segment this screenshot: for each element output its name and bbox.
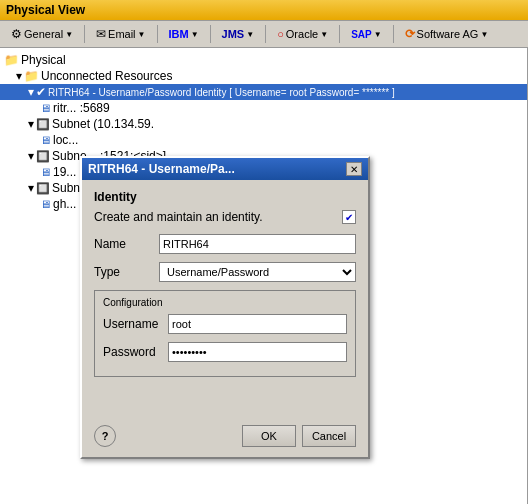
config-box: Configuration Username Password xyxy=(94,290,356,377)
computer-icon: 🖥 xyxy=(40,166,51,178)
computer-icon: 🖥 xyxy=(40,102,51,114)
toolbar-softwareag-label: Software AG xyxy=(417,28,479,40)
folder-icon: 📁 xyxy=(24,69,39,83)
password-input[interactable] xyxy=(168,342,347,362)
toolbar-email-label: Email xyxy=(108,28,136,40)
name-row: Name xyxy=(94,234,356,254)
separator-6 xyxy=(393,25,394,43)
toolbar-jms[interactable]: JMS ▼ xyxy=(217,25,260,43)
jms-icon: JMS xyxy=(222,28,245,40)
toolbar-general-label: General xyxy=(24,28,63,40)
expand-icon: ▾ xyxy=(28,181,34,195)
folder-icon: 📁 xyxy=(4,53,19,67)
title-bar-label: Physical View xyxy=(6,3,85,17)
username-label: Username xyxy=(103,317,168,331)
username-row: Username xyxy=(103,314,347,334)
name-label: Name xyxy=(94,237,159,251)
check-icon: ✔ xyxy=(36,85,46,99)
cancel-button[interactable]: Cancel xyxy=(302,425,356,447)
tree-item-ritrh64[interactable]: ▾ ✔ RITRH64 - Username/Password Identity… xyxy=(0,84,527,100)
chevron-down-icon: ▼ xyxy=(320,30,328,39)
tree-item-label: Unconnected Resources xyxy=(41,69,172,83)
tree-item-loc[interactable]: 🖥 loc... xyxy=(0,132,527,148)
subnet-icon: 🔲 xyxy=(36,118,50,131)
username-input[interactable] xyxy=(168,314,347,334)
computer-icon: 🖥 xyxy=(40,198,51,210)
tree-item-label: RITRH64 - Username/Password Identity [ U… xyxy=(48,87,395,98)
expand-icon: ▾ xyxy=(28,149,34,163)
toolbar-general[interactable]: ⚙ General ▼ xyxy=(6,24,78,44)
identity-row: Create and maintain an identity. ✔ xyxy=(94,210,356,224)
gear-icon: ⚙ xyxy=(11,27,22,41)
toolbar: ⚙ General ▼ ✉ Email ▼ IBM ▼ JMS ▼ ○ Orac… xyxy=(0,21,528,48)
toolbar-oracle-label: Oracle xyxy=(286,28,318,40)
type-row: Type Username/Password Certificate Kerbe… xyxy=(94,262,356,282)
subnet-icon: 🔲 xyxy=(36,182,50,195)
toolbar-ibm[interactable]: IBM ▼ xyxy=(164,25,204,43)
footer-buttons: OK Cancel xyxy=(242,425,356,447)
chevron-down-icon: ▼ xyxy=(246,30,254,39)
toolbar-email[interactable]: ✉ Email ▼ xyxy=(91,24,150,44)
separator-1 xyxy=(84,25,85,43)
separator-5 xyxy=(339,25,340,43)
identity-section-title: Identity xyxy=(94,190,356,204)
expand-icon: ▾ xyxy=(16,69,22,83)
subnet-icon: 🔲 xyxy=(36,150,50,163)
chevron-down-icon: ▼ xyxy=(138,30,146,39)
password-label: Password xyxy=(103,345,168,359)
spacer xyxy=(94,385,356,409)
toolbar-sap[interactable]: SAP ▼ xyxy=(346,26,386,43)
chevron-down-icon: ▼ xyxy=(65,30,73,39)
expand-icon: ▾ xyxy=(28,117,34,131)
tree-item-label: loc... xyxy=(53,133,78,147)
tree-item-label: Physical xyxy=(21,53,66,67)
password-row: Password xyxy=(103,342,347,362)
chevron-down-icon: ▼ xyxy=(191,30,199,39)
chevron-down-icon: ▼ xyxy=(374,30,382,39)
identity-checkbox[interactable]: ✔ xyxy=(342,210,356,224)
tree-item-unconnected[interactable]: ▾ 📁 Unconnected Resources xyxy=(0,68,527,84)
tree-item-label: gh... xyxy=(53,197,76,211)
chevron-down-icon: ▼ xyxy=(480,30,488,39)
separator-4 xyxy=(265,25,266,43)
identity-dialog: RITRH64 - Username/Pa... ✕ Identity Crea… xyxy=(80,156,370,459)
main-area: 📁 Physical ▾ 📁 Unconnected Resources ▾ ✔… xyxy=(0,48,528,504)
title-bar: Physical View xyxy=(0,0,528,21)
dialog-close-button[interactable]: ✕ xyxy=(346,162,362,176)
help-button[interactable]: ? xyxy=(94,425,116,447)
email-icon: ✉ xyxy=(96,27,106,41)
toolbar-oracle[interactable]: ○ Oracle ▼ xyxy=(272,25,333,43)
tree-item-label: Subnet (10.134.59. xyxy=(52,117,154,131)
config-title: Configuration xyxy=(103,297,347,308)
toolbar-softwareag[interactable]: ⟳ Software AG ▼ xyxy=(400,24,494,44)
type-label: Type xyxy=(94,265,159,279)
tree-item-label: ritr... :5689 xyxy=(53,101,110,115)
name-input[interactable] xyxy=(159,234,356,254)
expand-icon: ▾ xyxy=(28,85,34,99)
tree-item-label: 19... xyxy=(53,165,76,179)
dialog-footer: ? OK Cancel xyxy=(82,419,368,457)
softwareag-icon: ⟳ xyxy=(405,27,415,41)
ok-button[interactable]: OK xyxy=(242,425,296,447)
separator-3 xyxy=(210,25,211,43)
dialog-title: RITRH64 - Username/Pa... xyxy=(88,162,235,176)
type-select[interactable]: Username/Password Certificate Kerberos xyxy=(159,262,356,282)
identity-text: Create and maintain an identity. xyxy=(94,210,336,224)
tree-item-physical[interactable]: 📁 Physical xyxy=(0,52,527,68)
ibm-icon: IBM xyxy=(169,28,189,40)
oracle-icon: ○ xyxy=(277,28,284,40)
sap-icon: SAP xyxy=(351,29,372,40)
dialog-body: Identity Create and maintain an identity… xyxy=(82,180,368,419)
tree-item-ritr[interactable]: 🖥 ritr... :5689 xyxy=(0,100,527,116)
dialog-titlebar: RITRH64 - Username/Pa... ✕ xyxy=(82,158,368,180)
computer-icon: 🖥 xyxy=(40,134,51,146)
separator-2 xyxy=(157,25,158,43)
tree-item-subnet1[interactable]: ▾ 🔲 Subnet (10.134.59. xyxy=(0,116,527,132)
